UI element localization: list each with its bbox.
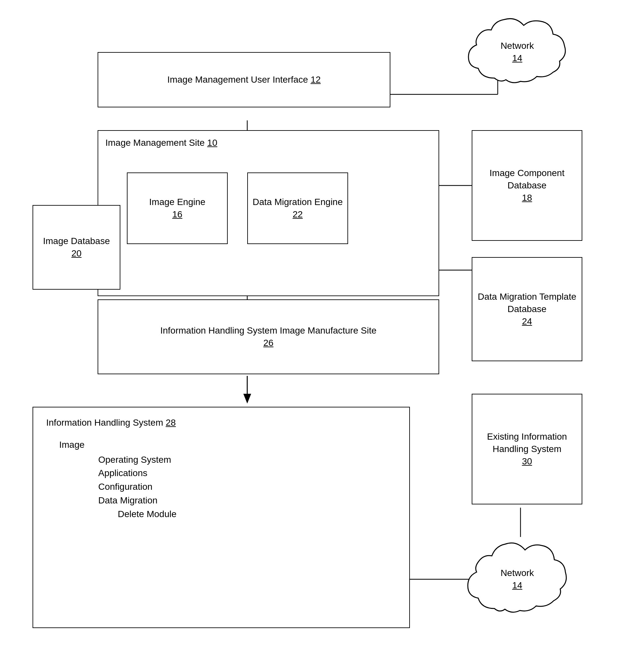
image-management-ui-label: Image Management User Interface 12 xyxy=(167,73,321,86)
existing-ihs-box: Existing Information Handling System 30 xyxy=(472,394,582,504)
network-bottom-label: Network 14 xyxy=(500,567,534,592)
image-engine-box: Image Engine 16 xyxy=(127,172,228,244)
data-migration-engine-box: Data Migration Engine 22 xyxy=(247,172,348,244)
data-migration-template-db-label: Data Migration Template Database 24 xyxy=(472,291,582,327)
ihs-title: Information Handling System 28 xyxy=(46,416,176,429)
existing-ihs-label: Existing Information Handling System 30 xyxy=(472,431,582,467)
ihs-image-sublabel: Image xyxy=(59,439,84,451)
ihs-box: Information Handling System 28 Image Ope… xyxy=(33,407,410,628)
network-bottom-cloud: Network 14 xyxy=(462,534,573,625)
image-database-label: Image Database 20 xyxy=(43,235,110,260)
ihs-config-label: Configuration xyxy=(98,481,152,493)
ihs-apps-label: Applications xyxy=(98,467,147,479)
ihs-data-migration-label: Data Migration xyxy=(98,494,158,507)
network-top-cloud: Network 14 xyxy=(462,10,573,94)
image-management-ui-box: Image Management User Interface 12 xyxy=(98,52,390,107)
image-component-db-box: Image Component Database 18 xyxy=(472,130,582,241)
svg-marker-9 xyxy=(243,394,251,404)
image-component-db-label: Image Component Database 18 xyxy=(472,167,582,204)
diagram-container: Network 14 Image Management User Interfa… xyxy=(0,0,622,672)
image-management-site-label: Image Management Site 10 xyxy=(105,137,217,149)
image-engine-label: Image Engine 16 xyxy=(149,196,206,221)
image-database-box: Image Database 20 xyxy=(33,205,120,290)
data-migration-template-db-box: Data Migration Template Database 24 xyxy=(472,257,582,361)
ihs-delete-module-label: Delete Module xyxy=(118,508,177,520)
data-migration-engine-label: Data Migration Engine 22 xyxy=(252,196,343,221)
ihs-image-manufacture-box: Information Handling System Image Manufa… xyxy=(98,299,439,374)
ihs-image-manufacture-label: Information Handling System Image Manufa… xyxy=(160,325,377,349)
ihs-os-label: Operating System xyxy=(98,453,171,466)
network-top-label: Network 14 xyxy=(500,40,534,64)
